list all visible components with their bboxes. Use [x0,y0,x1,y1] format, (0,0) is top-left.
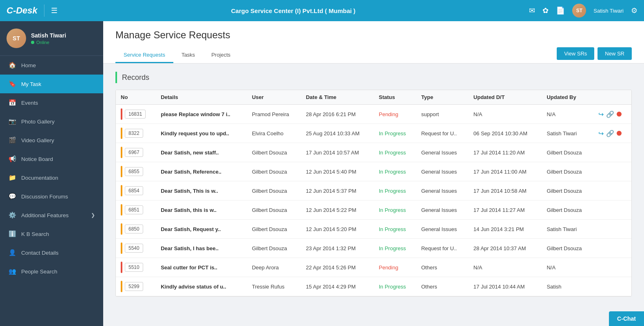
table-row[interactable]: 6854 Dear Satish, This is w.. Gilbert Ds… [116,181,631,200]
cell-actions [593,143,631,162]
sidebar-label-photo-gallery: Photo Gallery [21,119,55,125]
chat-icon: 💬 [8,193,16,200]
cell-user: Tressie Rufus [247,277,301,296]
cell-details[interactable]: please Replace window 7 i.. [156,105,247,124]
camera-icon: 📷 [8,118,16,125]
table-row[interactable]: 6855 Dear Satish, Reference.. Gilbert Ds… [116,162,631,181]
cell-updated-by: Gilbert Dsouza [542,239,593,258]
page-title: Manage Service Requests [115,29,632,41]
cell-details[interactable]: Seal cutter for PCT is.. [156,258,247,277]
cell-status: In Progress [374,124,416,143]
folder-icon: 📁 [8,174,16,181]
table-row[interactable]: 6851 Dear Satish, this is w.. Gilbert Ds… [116,200,631,220]
sidebar-item-events[interactable]: 📅 Events [0,93,103,112]
priority-indicator [121,281,122,292]
table-row[interactable]: 6850 Dear Satish, Request y.. Gilbert Ds… [116,220,631,239]
cchat-button[interactable]: C-Chat [609,311,644,326]
top-header: C-Desk ☰ Cargo Service Center (I) Pvt.Lt… [0,0,644,21]
cell-user: Deep Arora [247,258,301,277]
cell-details[interactable]: Dear Satish, Request y.. [156,220,247,239]
cell-details[interactable]: Dear Satish, I has bee.. [156,239,247,258]
cell-details[interactable]: Kindly request you to upd.. [156,124,247,143]
records-title: Records [122,73,149,82]
network-icon[interactable]: ⚙ [631,6,637,15]
gear-icon: ⚙️ [8,211,16,219]
cell-datetime: 22 Apr 2014 5:26 PM [301,258,374,277]
sidebar-item-documentation[interactable]: 📁 Documentation [0,168,103,187]
sidebar-item-video-gallery[interactable]: 🎬 Video Gallery [0,131,103,150]
sidebar-item-contact-details[interactable]: 👤 Contact Details [0,243,103,262]
table-row[interactable]: 5299 Kindly advise status of u.. Tressie… [116,277,631,296]
sidebar-label-additional-features: Additional Features [21,212,69,218]
col-type: Type [416,90,469,105]
sidebar-item-home[interactable]: 🏠 Home [0,56,103,75]
tab-buttons: View SRs New SR [557,47,632,63]
forward-icon[interactable]: ↪ [598,110,604,118]
hamburger-icon[interactable]: ☰ [51,6,58,15]
no-value: 5510 [125,263,143,272]
priority-indicator [121,223,122,235]
cell-details[interactable]: Dear Satish, This is w.. [156,181,247,200]
link-icon[interactable]: 🔗 [606,130,614,137]
priority-indicator [121,204,122,216]
table-row[interactable]: 8322 Kindly request you to upd.. Elvira … [116,124,631,143]
cell-actions [593,258,631,277]
cell-no: 6851 [116,200,156,220]
table-row[interactable]: 5540 Dear Satish, I has bee.. Gilbert Ds… [116,239,631,258]
cell-details[interactable]: Dear Satish, Reference.. [156,162,247,181]
cell-datetime: 15 Apr 2014 4:29 PM [301,277,374,296]
no-value: 6850 [125,225,143,233]
sidebar-item-my-task[interactable]: 🔖 My Task [0,75,103,93]
sidebar-item-photo-gallery[interactable]: 📷 Photo Gallery [0,112,103,131]
cell-details[interactable]: Dear Satish, this is w.. [156,200,247,220]
header-avatar[interactable]: ST [572,4,586,18]
sidebar-label-notice-board: Notice Board [21,156,53,162]
link-icon[interactable]: 🔗 [606,110,614,118]
sidebar-avatar: ST [7,29,26,48]
sidebar-item-people-search[interactable]: 👥 People Search [0,262,103,281]
cell-type: General Issues [416,200,469,220]
sidebar-user-info: Satish Tiwari Online [31,32,66,45]
cell-no: 6850 [116,220,156,239]
cell-actions [593,181,631,200]
bookmark-icon: 🔖 [8,80,16,88]
tab-tasks[interactable]: Tasks [173,48,203,63]
new-sr-button[interactable]: New SR [598,47,632,60]
forward-icon[interactable]: ↪ [598,130,604,137]
sidebar-item-kb-search[interactable]: ℹ️ K B Search [0,225,103,243]
sidebar-item-additional-features[interactable]: ⚙️ Additional Features ❯ [0,206,103,225]
cell-type: Request for U.. [416,124,469,143]
tabs: Service Requests Tasks Projects [115,48,239,63]
mail-icon[interactable]: ✉ [529,6,535,15]
sidebar-item-discussion-forums[interactable]: 💬 Discussion Forums [0,187,103,206]
table-row[interactable]: 16831 please Replace window 7 i.. Pramod… [116,105,631,124]
table-row[interactable]: 6967 Dear Satish, new staff.. Gilbert Ds… [116,143,631,162]
alert-dot [617,131,622,136]
cell-updated-dt: N/A [469,258,542,277]
page-header: Manage Service Requests Service Requests… [103,21,644,64]
table-row[interactable]: 5510 Seal cutter for PCT is.. Deep Arora… [116,258,631,277]
header-divider [44,4,44,17]
tab-service-requests[interactable]: Service Requests [115,48,173,63]
cell-details[interactable]: Dear Satish, new staff.. [156,143,247,162]
no-value: 6855 [125,167,143,176]
contact-icon: 👤 [8,249,16,256]
priority-indicator [121,185,122,196]
priority-indicator [121,147,122,158]
cell-updated-by: Gilbert Dsouza [542,181,593,200]
sidebar-item-notice-board[interactable]: 📢 Notice Board [0,150,103,168]
document-icon[interactable]: 📄 [556,6,565,15]
sidebar-nav: 🏠 Home 🔖 My Task 📅 Events 📷 Photo Galler… [0,56,103,326]
cell-updated-by: Satish Tiwari [542,220,593,239]
tab-projects[interactable]: Projects [203,48,239,63]
no-value: 16831 [125,110,146,119]
col-user: User [247,90,301,105]
cell-user: Gilbert Dsouza [247,200,301,220]
cell-updated-by: N/A [542,258,593,277]
share-icon[interactable]: ✿ [542,6,549,15]
view-srs-button[interactable]: View SRs [557,47,594,60]
cell-details[interactable]: Kindly advise status of u.. [156,277,247,296]
cell-user: Gilbert Dsouza [247,220,301,239]
sidebar-label-home: Home [21,62,36,68]
cell-no: 5540 [116,239,156,258]
